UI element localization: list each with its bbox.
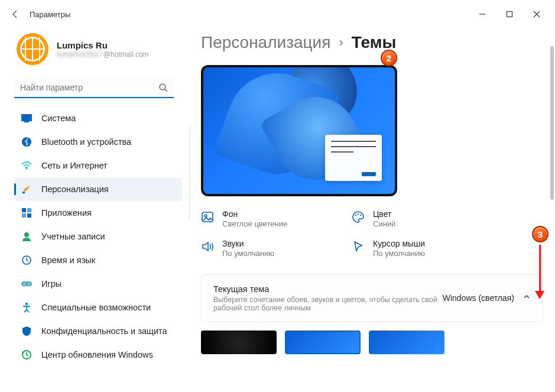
svg-point-23	[358, 213, 359, 215]
wifi-icon	[21, 160, 32, 171]
picture-icon	[201, 210, 214, 223]
speaker-icon	[201, 240, 214, 253]
svg-line-3	[165, 89, 167, 92]
chevron-up-icon	[522, 293, 531, 303]
theme-prop-color[interactable]: ЦветСиний	[352, 209, 485, 228]
update-icon	[21, 349, 32, 360]
scroll-thumb[interactable]	[550, 46, 554, 200]
card-heading: Текущая тема	[213, 284, 443, 294]
nav-windows-update[interactable]: Центр обновления Windows	[14, 343, 182, 367]
breadcrumb-parent[interactable]: Персонализация	[201, 33, 330, 52]
maximize-icon	[506, 11, 513, 18]
nav-personalization[interactable]: Персонализация	[14, 177, 182, 201]
arrow-left-icon	[11, 9, 20, 19]
svg-rect-8	[22, 192, 25, 193]
prop-value: По умолчанию	[222, 249, 274, 258]
nav-privacy[interactable]: Конфиденциальность и защита	[14, 319, 182, 343]
svg-point-13	[24, 232, 29, 237]
cursor-icon	[352, 240, 365, 253]
prop-label: Фон	[222, 209, 287, 219]
theme-option[interactable]	[201, 331, 277, 354]
svg-rect-11	[22, 213, 26, 218]
theme-prop-sounds[interactable]: ЗвукиПо умолчанию	[201, 239, 334, 258]
prop-value: По умолчанию	[373, 249, 425, 258]
svg-point-21	[205, 215, 207, 217]
nav-label: Приложения	[41, 208, 92, 218]
window-title: Параметры	[30, 10, 70, 19]
brush-icon	[21, 184, 32, 195]
shield-icon	[21, 326, 32, 336]
nav-time-language[interactable]: Время и язык	[14, 248, 182, 272]
nav-gaming[interactable]: Игры	[14, 272, 182, 296]
svg-rect-15	[21, 281, 32, 286]
card-subtext: Выберите сочетание обоев, звуков и цвето…	[213, 296, 438, 312]
theme-prop-background[interactable]: ФонСветлое цветение	[201, 209, 334, 228]
theme-option[interactable]	[369, 331, 444, 354]
nav-label: Персонализация	[41, 184, 109, 194]
clock-globe-icon	[21, 255, 32, 265]
minimize-icon	[479, 11, 486, 18]
card-value: Windows (светлая)	[443, 293, 514, 303]
svg-point-16	[24, 283, 25, 284]
gamepad-icon	[21, 278, 32, 289]
nav-label: Центр обновления Windows	[41, 350, 153, 359]
nav-system[interactable]: Система	[14, 106, 182, 130]
svg-point-17	[28, 283, 30, 284]
prop-value: Синий	[373, 219, 395, 228]
svg-rect-1	[507, 12, 512, 17]
nav-label: Конфиденциальность и защита	[41, 326, 167, 336]
annotation-badge-2: 2	[381, 50, 397, 66]
chevron-right-icon: ›	[339, 35, 343, 50]
svg-point-24	[360, 215, 361, 216]
close-icon	[533, 11, 540, 18]
nav-label: Система	[41, 114, 76, 123]
theme-thumbnails	[201, 331, 543, 354]
theme-prop-cursor[interactable]: Курсор мышиПо умолчанию	[352, 239, 485, 258]
nav-label: Игры	[41, 279, 61, 289]
nav-label: Bluetooth и устройства	[41, 137, 131, 147]
bluetooth-icon	[21, 137, 32, 147]
svg-point-7	[26, 168, 28, 170]
prop-value: Светлое цветение	[222, 219, 287, 228]
svg-rect-9	[22, 208, 26, 212]
svg-point-22	[355, 215, 356, 216]
scrollbar[interactable]	[550, 46, 554, 380]
current-theme-card[interactable]: Текущая тема Выберите сочетание обоев, з…	[201, 274, 543, 322]
nav-accessibility[interactable]: Специальные возможности	[14, 296, 182, 319]
svg-rect-5	[24, 121, 29, 122]
annotation-badge-3: 3	[532, 226, 548, 242]
back-button[interactable]	[5, 4, 26, 25]
breadcrumb: Персонализация › Темы	[201, 28, 543, 52]
theme-preview	[201, 65, 397, 196]
apps-icon	[21, 208, 32, 218]
annotation-arrow	[539, 245, 541, 298]
system-icon	[21, 113, 32, 124]
svg-point-2	[160, 84, 165, 90]
close-button[interactable]	[523, 5, 550, 24]
maximize-button[interactable]	[496, 5, 523, 24]
avatar	[17, 33, 48, 65]
prop-label: Цвет	[373, 209, 395, 219]
palette-icon	[352, 210, 365, 223]
preview-window	[325, 135, 382, 181]
profile-name: Lumpics Ru	[57, 40, 149, 50]
accessibility-icon	[21, 302, 32, 313]
nav-list: Система Bluetooth и устройства Сеть и Ин…	[14, 106, 184, 392]
nav-label: Сеть и Интернет	[41, 161, 108, 170]
nav-network[interactable]: Сеть и Интернет	[14, 154, 182, 177]
nav-accounts[interactable]: Учетные записи	[14, 225, 182, 248]
prop-label: Курсор мыши	[373, 239, 425, 249]
minimize-button[interactable]	[469, 5, 496, 24]
nav-label: Учетные записи	[41, 232, 105, 241]
profile-block[interactable]: Lumpics Ru lumpfirm2017@hotmail.com	[14, 28, 184, 76]
theme-option-selected[interactable]	[285, 331, 361, 354]
person-icon	[21, 231, 32, 242]
search-input[interactable]	[14, 78, 174, 98]
svg-point-18	[25, 303, 28, 305]
nav-bluetooth[interactable]: Bluetooth и устройства	[14, 130, 182, 154]
nav-apps[interactable]: Приложения	[14, 201, 182, 225]
profile-email: lumpfirm2017@hotmail.com	[57, 50, 149, 59]
svg-rect-12	[27, 213, 31, 218]
prop-label: Звуки	[222, 239, 274, 249]
search-icon	[158, 83, 168, 95]
